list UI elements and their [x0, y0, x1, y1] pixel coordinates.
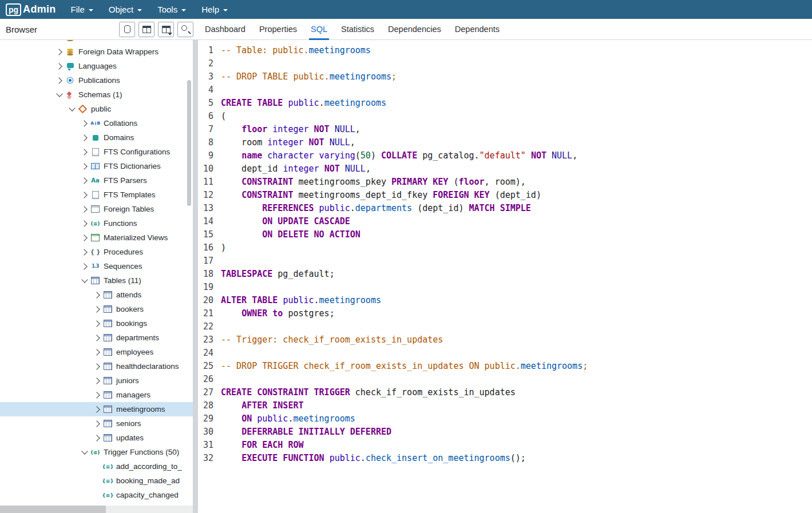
chevron-right-icon[interactable]: [93, 435, 100, 441]
menu-tools[interactable]: Tools: [157, 5, 186, 14]
tree-item-employees[interactable]: employees: [0, 345, 193, 359]
sql-token: [546, 150, 552, 161]
tree-item-meetingrooms[interactable]: meetingrooms: [0, 402, 193, 416]
chevron-right-icon[interactable]: [56, 49, 62, 55]
filtered-rows-button[interactable]: [158, 22, 174, 37]
chevron-right-icon[interactable]: [81, 120, 87, 126]
expander-box: [93, 362, 102, 371]
tree-item-healthdeclarations[interactable]: healthdeclarations: [0, 359, 193, 373]
browser-tree-panel: Foreign Data WrappersLanguagesPublicatio…: [0, 40, 193, 513]
tab-sql[interactable]: SQL: [304, 19, 334, 39]
chevron-right-icon[interactable]: [93, 306, 100, 312]
tree-horizontal-scrollbar[interactable]: [0, 506, 193, 513]
sql-code: ON UPDATE CASCADE: [213, 215, 350, 228]
chevron-right-icon[interactable]: [81, 163, 87, 169]
chevron-right-icon[interactable]: [81, 220, 87, 226]
expander-box: [93, 391, 102, 400]
tree-item-booking-made-ad[interactable]: {≡}booking_made_ad: [0, 474, 193, 488]
tree-item-partial[interactable]: [0, 40, 193, 45]
view-data-button[interactable]: [138, 22, 155, 37]
tree-item-foreign-tables[interactable]: Foreign Tables: [0, 202, 193, 216]
tree-item-fts-parsers[interactable]: AaFTS Parsers: [0, 173, 193, 188]
tree-item-functions[interactable]: (≡)Functions: [0, 216, 193, 230]
tree-item-managers[interactable]: managers: [0, 388, 193, 402]
tree-item-label: Domains: [104, 133, 134, 142]
tree-item-attends[interactable]: attends: [0, 288, 193, 302]
chevron-right-icon[interactable]: [81, 192, 87, 198]
chevron-right-icon[interactable]: [81, 249, 87, 255]
tree-item-procedures[interactable]: { }Procedures: [0, 245, 193, 259]
chevron-down-icon[interactable]: [56, 90, 62, 97]
tab-properties[interactable]: Properties: [252, 19, 304, 39]
tree-item-updates[interactable]: updates: [0, 431, 193, 445]
tree-item-seniors[interactable]: seniors: [0, 416, 193, 431]
tree-item-trigger-functions-50[interactable]: (≡)Trigger Functions (50): [0, 445, 193, 459]
expander-box: [93, 405, 102, 414]
tree-item-materialized-views[interactable]: Materialized Views: [0, 230, 193, 245]
tab-dashboard[interactable]: Dashboard: [198, 19, 252, 39]
chevron-right-icon[interactable]: [93, 349, 100, 355]
expander-box: [80, 448, 89, 457]
chevron-right-icon[interactable]: [81, 234, 87, 241]
search-objects-button[interactable]: [177, 22, 193, 37]
panel-splitter[interactable]: [193, 40, 198, 513]
tree-item-fts-dictionaries[interactable]: FTS Dictionaries: [0, 159, 193, 173]
tree-item-languages[interactable]: Languages: [0, 59, 193, 73]
menu-object[interactable]: Object: [109, 5, 142, 14]
tree-vertical-scrollbar[interactable]: [187, 80, 191, 206]
tree-item-fts-templates[interactable]: FTS Templates: [0, 188, 193, 202]
chevron-right-icon[interactable]: [93, 292, 100, 298]
sql-code: [213, 254, 221, 268]
tree-item-tables-11[interactable]: Tables (11): [0, 273, 193, 288]
tree-item-foreign-data-wrappers[interactable]: Foreign Data Wrappers: [0, 45, 193, 59]
expander-box: [80, 176, 89, 185]
chevron-right-icon[interactable]: [93, 392, 100, 398]
sql-token: (dept_id): [412, 203, 469, 213]
tab-dependencies[interactable]: Dependencies: [381, 19, 448, 39]
tree-item-publications[interactable]: Publications: [0, 73, 193, 88]
tree-item-schemas-1[interactable]: Schemas (1): [0, 88, 193, 102]
chevron-down-icon[interactable]: [81, 276, 88, 283]
expander-box: [80, 219, 89, 228]
chevron-right-icon[interactable]: [81, 149, 87, 155]
sql-code: EXECUTE FUNCTION public.check_insert_on_…: [213, 452, 526, 465]
tree-item-add-according-to[interactable]: {≡}add_according_to_: [0, 459, 193, 474]
tree-item-domains[interactable]: Domains: [0, 130, 193, 145]
tree-item-collations[interactable]: A↓BCollations: [0, 116, 193, 130]
menu-label: File: [71, 5, 85, 14]
chevron-right-icon[interactable]: [81, 263, 87, 269]
chevron-right-icon[interactable]: [93, 320, 100, 327]
sql-line: 24: [198, 347, 812, 360]
line-number: 30: [198, 425, 213, 439]
chevron-right-icon[interactable]: [93, 406, 100, 412]
sql-line: 19: [198, 281, 812, 294]
tree-item-juniors[interactable]: juniors: [0, 373, 193, 388]
chevron-down-icon[interactable]: [81, 448, 88, 454]
menu-help[interactable]: Help: [201, 5, 228, 14]
chevron-right-icon[interactable]: [56, 63, 62, 69]
chevron-right-icon[interactable]: [93, 420, 100, 427]
line-number: 26: [198, 373, 213, 386]
tree-item-public[interactable]: public: [0, 102, 193, 116]
query-tool-button[interactable]: [119, 22, 135, 37]
chevron-right-icon[interactable]: [81, 206, 87, 212]
chevron-down-icon[interactable]: [69, 105, 75, 111]
chevron-right-icon[interactable]: [93, 363, 100, 369]
tree-item-sequences[interactable]: 1.3Sequences: [0, 259, 193, 273]
tree-item-bookers[interactable]: bookers: [0, 302, 193, 316]
tab-dependents[interactable]: Dependents: [448, 19, 506, 39]
chevron-right-icon[interactable]: [81, 177, 87, 184]
chevron-right-icon[interactable]: [56, 77, 62, 83]
expander-box: [55, 47, 64, 57]
menu-file[interactable]: File: [71, 5, 93, 14]
tree-horizontal-scrollbar-thumb[interactable]: [0, 506, 106, 513]
tab-statistics[interactable]: Statistics: [334, 19, 381, 39]
chevron-right-icon[interactable]: [93, 377, 100, 384]
chevron-right-icon[interactable]: [93, 335, 100, 341]
sql-code: [213, 83, 221, 97]
tree-item-bookings[interactable]: bookings: [0, 316, 193, 331]
tree-item-departments[interactable]: departments: [0, 331, 193, 345]
chevron-right-icon[interactable]: [81, 134, 87, 141]
tree-item-fts-configurations[interactable]: FTS Configurations: [0, 145, 193, 159]
tree-item-capacity-changed[interactable]: {≡}capacity_changed: [0, 488, 193, 502]
